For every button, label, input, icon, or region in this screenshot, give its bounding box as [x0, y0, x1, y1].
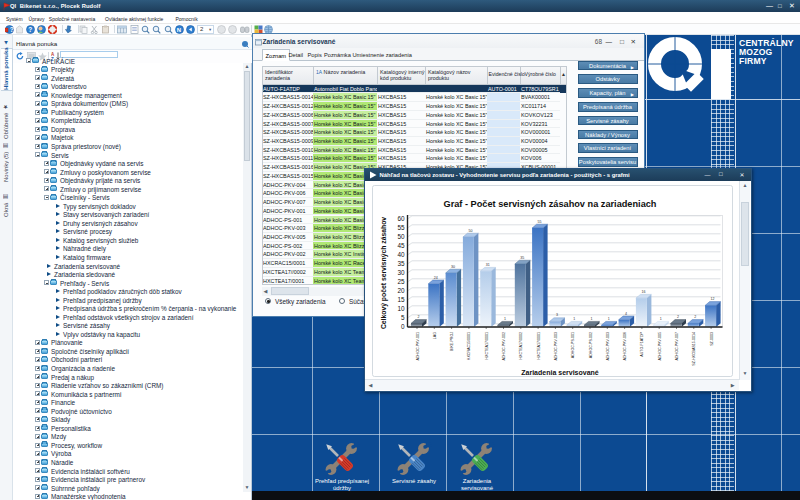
svg-text:SZ-0003: SZ-0003	[709, 332, 713, 346]
svg-text:50: 50	[397, 233, 405, 240]
svg-text:?: ?	[9, 26, 13, 33]
svg-text:10: 10	[397, 305, 405, 312]
svg-text:BIKE-PROJ: BIKE-PROJ	[450, 331, 454, 350]
svg-text:15: 15	[397, 296, 405, 303]
svg-text:0: 0	[400, 323, 404, 330]
svg-text:5: 5	[400, 314, 404, 321]
svg-text:AUTO-F1ATDP: AUTO-F1ATDP	[640, 331, 644, 356]
svg-text:ADHOC-PS-002: ADHOC-PS-002	[588, 332, 592, 358]
svg-text:35: 35	[520, 255, 524, 259]
svg-text:2: 2	[677, 315, 679, 319]
svg-text:20: 20	[397, 287, 405, 294]
svg-text:HXCTEA17/0001: HXCTEA17/0001	[536, 332, 540, 360]
svg-text:ADHOC-PKV-002: ADHOC-PKV-002	[502, 332, 506, 360]
svg-text:45: 45	[397, 242, 405, 249]
svg-text:Zariadenia servisované: Zariadenia servisované	[521, 369, 599, 376]
svg-text:35: 35	[397, 260, 405, 267]
svg-text:SZ-HXCBAS15-0014: SZ-HXCBAS15-0014	[692, 332, 696, 366]
svg-text:1: 1	[504, 316, 506, 320]
svg-text:16: 16	[641, 289, 645, 293]
svg-text:Graf - Počet servisných zásaho: Graf - Počet servisných zásahov na zaria…	[443, 199, 656, 209]
svg-text:4: 4	[625, 311, 627, 315]
svg-text:?: ?	[28, 26, 32, 33]
svg-text:2: 2	[417, 315, 419, 319]
svg-text:1: 1	[659, 316, 661, 320]
svg-text:24: 24	[433, 275, 437, 279]
svg-text:N: N	[177, 27, 181, 33]
svg-text:LAG: LAG	[432, 331, 436, 338]
svg-text:ADHOC-PKV-003: ADHOC-PKV-003	[553, 332, 557, 360]
svg-text:ADHOC-PKV-007: ADHOC-PKV-007	[675, 332, 679, 360]
svg-text:HXCTEA17/0001: HXCTEA17/0001	[484, 332, 488, 360]
svg-text:ADHOC-PKV-005: ADHOC-PKV-005	[657, 332, 661, 360]
svg-text:12: 12	[710, 297, 714, 301]
svg-text:30: 30	[397, 269, 405, 276]
svg-text:25: 25	[397, 278, 405, 285]
svg-text:Celkový počet servisných zásah: Celkový počet servisných zásahov	[379, 216, 387, 328]
svg-text:HXCRAC15/0001: HXCRAC15/0001	[467, 332, 471, 360]
svg-text:ADHOC-PS-001: ADHOC-PS-001	[571, 332, 575, 358]
svg-text:HXCTEA17/0002: HXCTEA17/0002	[519, 332, 523, 360]
svg-text:31: 31	[485, 262, 489, 266]
svg-text:ADHOC-PKV-006: ADHOC-PKV-006	[623, 332, 627, 360]
svg-text:ADHOC-PKV-001: ADHOC-PKV-001	[415, 332, 419, 360]
svg-text:55: 55	[397, 224, 405, 231]
svg-text:30: 30	[451, 264, 455, 268]
svg-text:40: 40	[397, 251, 405, 258]
svg-text:50: 50	[468, 228, 472, 232]
svg-text:ADHOC-PKV-003: ADHOC-PKV-003	[605, 332, 609, 360]
svg-text:3: 3	[555, 313, 557, 317]
svg-text:55: 55	[537, 219, 541, 223]
svg-text:2: 2	[694, 315, 696, 319]
svg-text:1: 1	[607, 316, 609, 320]
svg-text:1: 1	[590, 316, 592, 320]
svg-text:1: 1	[573, 316, 575, 320]
svg-text:60: 60	[397, 215, 405, 222]
